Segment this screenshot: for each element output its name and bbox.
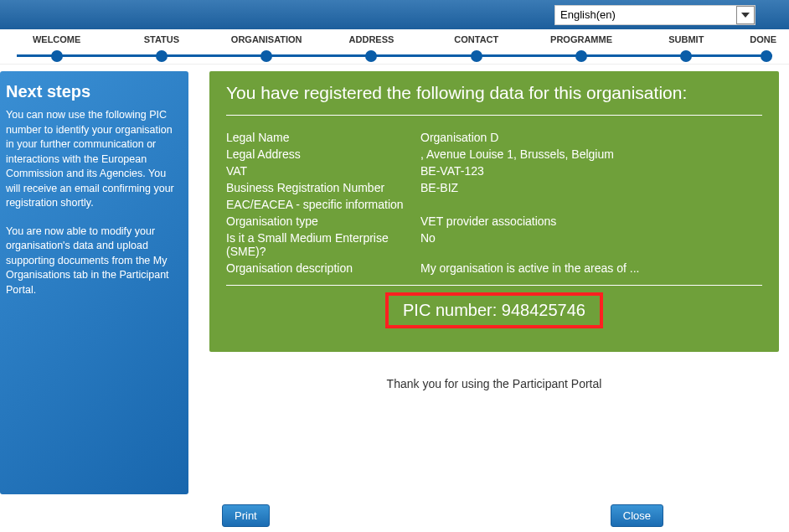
top-bar: English(en) [0, 0, 789, 29]
field-label: Is it a Small Medium Enterprise (SME)? [226, 231, 420, 258]
sidebar: Next steps You can now use the following… [0, 71, 188, 494]
field-row: Legal Address, Avenue Louise 1, Brussels… [226, 147, 762, 161]
field-label: Legal Name [226, 131, 420, 144]
field-label: Organisation type [226, 214, 420, 228]
summary-card: You have registered the following data f… [209, 71, 779, 352]
divider [226, 285, 762, 286]
field-label: Organisation description [226, 261, 420, 275]
step-address[interactable]: ADDRESS [319, 29, 424, 44]
step-progress: WELCOME STATUS ORGANISATION ADDRESS CONT… [0, 29, 789, 65]
step-submit[interactable]: SUBMIT [634, 29, 739, 44]
field-value: Organisation D [420, 131, 762, 144]
field-label: VAT [226, 164, 420, 178]
sidebar-para-2: You are now able to modify your organisa… [6, 225, 183, 298]
step-programme[interactable]: PROGRAMME [529, 29, 633, 44]
step-welcome[interactable]: WELCOME [4, 29, 109, 44]
progress-line [17, 54, 772, 57]
card-subhead: EAC/EACEA - specific information [226, 198, 762, 211]
field-row: Organisation descriptionMy organisation … [226, 261, 762, 275]
field-label: Legal Address [226, 147, 420, 161]
content: You have registered the following data f… [209, 71, 789, 494]
field-row: Business Registration NumberBE-BIZ [226, 181, 762, 194]
main-area: Next steps You can now use the following… [0, 65, 789, 494]
field-row: Is it a Small Medium Enterprise (SME)?No [226, 231, 762, 258]
field-row: VATBE-VAT-123 [226, 164, 762, 178]
step-done[interactable]: DONE [739, 29, 785, 44]
close-button[interactable]: Close [611, 504, 663, 527]
field-value: No [420, 231, 762, 258]
divider [226, 115, 762, 116]
pic-label: PIC number: [403, 301, 502, 319]
field-label: Business Registration Number [226, 181, 420, 194]
pic-value: 948425746 [502, 301, 585, 319]
card-heading: You have registered the following data f… [226, 83, 762, 103]
field-value: , Avenue Louise 1, Brussels, Belgium [420, 147, 762, 161]
sidebar-para-1: You can now use the following PIC number… [6, 108, 183, 211]
step-status[interactable]: STATUS [109, 29, 214, 44]
chevron-down-icon [736, 6, 755, 24]
step-contact[interactable]: CONTACT [424, 29, 529, 44]
field-value: VET provider associations [420, 214, 762, 228]
field-value: My organisation is active in the areas o… [420, 261, 762, 275]
language-select[interactable]: English(en) [554, 5, 755, 25]
footer: Print Close [0, 494, 789, 527]
field-value: BE-BIZ [420, 181, 762, 194]
step-organisation[interactable]: ORGANISATION [214, 29, 319, 44]
print-button[interactable]: Print [222, 504, 270, 527]
language-selected: English(en) [560, 8, 616, 21]
field-row: Organisation typeVET provider associatio… [226, 214, 762, 228]
field-value: BE-VAT-123 [420, 164, 762, 178]
sidebar-title: Next steps [6, 80, 183, 103]
thank-you-text: Thank you for using the Participant Port… [209, 377, 779, 390]
pic-number-box: PIC number: 948425746 [385, 292, 603, 328]
field-row: Legal NameOrganisation D [226, 131, 762, 144]
